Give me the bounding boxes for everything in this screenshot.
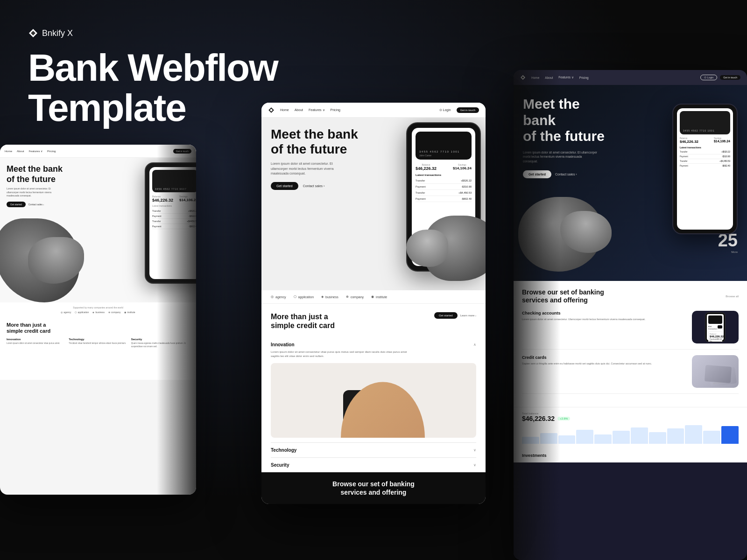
nav-cta-left[interactable]: Get in touch	[173, 149, 191, 154]
more-learn-more[interactable]: Learn more ›	[460, 314, 476, 317]
phone-mockup-left: 3456 4562 7710 9607 Balance $46,226.32 S…	[145, 162, 196, 284]
phone-r-transactions: Latest transactions Transfer+$520.22 Pay…	[680, 146, 730, 168]
checking-phone-screen: Add transaction Balance $46,226.32 Faceb…	[707, 314, 724, 340]
left-more-title: More than just asimple credit card	[7, 322, 190, 334]
accordion-technology-header[interactable]: Technology ∨	[271, 448, 476, 453]
logos-row: ◎ agency ⬡ application ◈ business ⊕ comp…	[5, 311, 191, 314]
center-contact-sales[interactable]: Contact sales ›	[303, 184, 325, 188]
right-services-title: Browse our set of banking services and o…	[522, 288, 606, 304]
c-nav-about: About	[295, 108, 303, 112]
right-services-header: Browse our set of banking services and o…	[522, 288, 739, 304]
center-more: More than just asimple credit card Get s…	[261, 304, 486, 481]
more-get-started[interactable]: Get started	[434, 312, 458, 319]
phone-c-transactions: Latest transactions Transfer+$520.22 Pay…	[416, 174, 472, 202]
chevron-down-security-icon: ∨	[473, 463, 476, 467]
phone-right-screen: 3455 4562 7710 1001 Balance$46,226.32 Sa…	[677, 108, 733, 230]
chart-bar-1	[540, 433, 557, 444]
right-services: Browse our set of banking services and o…	[514, 281, 747, 407]
c-logo-application: ⬡ application	[294, 295, 314, 299]
right-contact-sales[interactable]: Contact sales ›	[555, 173, 577, 176]
balance-secondary: Savings $14,106.24	[179, 195, 196, 203]
accordion-security: Security ∨	[271, 458, 476, 473]
chevron-down-technology-icon: ∨	[473, 448, 476, 452]
chart-bar-11	[721, 426, 739, 444]
browse-all-link[interactable]: Browse all	[726, 295, 739, 298]
left-get-started[interactable]: Get started	[7, 202, 26, 207]
logo-company: ⊕ company	[108, 311, 120, 314]
checking-add-row: Add transaction	[708, 325, 722, 330]
right-hero: Meet the bankof the future Lorem ipsum d…	[514, 85, 747, 281]
accordion-innovation-title: Innovation	[271, 342, 295, 347]
tx-row-4: Payment-$602.40	[152, 224, 196, 229]
main-title: Bank Webflow Template	[28, 48, 278, 128]
chart-bar-2	[558, 435, 576, 444]
right-hero-desc: Lorem ipsum dolor sit amet consectetur. …	[523, 150, 598, 164]
screenshot-left: Home About Features ∨ Pricing Get in tou…	[0, 145, 196, 495]
accordion-innovation-header[interactable]: Innovation ∧	[271, 342, 476, 347]
chart-bar-6	[631, 427, 648, 444]
credit-info: Credit cards Sapien sem ut fringilla ant…	[522, 355, 686, 388]
left-contact-sales[interactable]: Contact sales ›	[28, 202, 44, 207]
balance-main: Balance $46,226.32	[152, 195, 173, 203]
chevron-up-icon: ∧	[473, 343, 476, 347]
features-row: Innovation Lorem ipsum dolor sit amet co…	[7, 338, 190, 375]
tx-label: Latest transactions	[152, 204, 196, 207]
checking-bal-card: Balance $46,226.32 Facebook Inc. $60.40	[708, 331, 722, 342]
c-nav-cta[interactable]: Get in touch	[457, 107, 479, 113]
chart-bar-3	[576, 430, 593, 444]
center-get-started[interactable]: Get started	[271, 182, 298, 190]
phone-right: 3455 4562 7710 1001 Balance$46,226.32 Sa…	[672, 104, 738, 234]
right-get-started[interactable]: Get started	[523, 170, 551, 178]
chart-bar-4	[594, 434, 612, 444]
feature-innovation: Innovation Lorem ipsum dolor sit amet co…	[7, 338, 65, 375]
logo-institute: ◉ institute	[124, 311, 135, 314]
left-logos: Supported by many companies around the w…	[0, 302, 196, 317]
accordion-security-header[interactable]: Security ∨	[271, 462, 476, 468]
phone-c-card-name: John Carter	[419, 154, 468, 157]
r-nav-login[interactable]: ⊙ Login	[700, 75, 717, 80]
c-logo-business: ◈ business	[321, 295, 338, 299]
c-nav-login[interactable]: ⊙ Login	[439, 108, 451, 112]
center-browse-section: Browse our set of bankingservices and of…	[261, 472, 486, 504]
nav-about: About	[17, 150, 24, 153]
chart-bar-0	[522, 437, 539, 444]
r-nav-about: About	[545, 76, 553, 79]
chart-bar-7	[649, 432, 666, 444]
center-hero-desc: Lorem ipsum dolor sit amet consectetur. …	[271, 161, 350, 176]
center-more-header: More than just asimple credit card Get s…	[271, 312, 476, 330]
nav-features: Features ∨	[29, 149, 42, 153]
stat-more-label: More	[718, 251, 738, 253]
balance-main-row: Total balance $46,226.32 +2.6%	[522, 412, 739, 422]
balance-info: Total balance $46,226.32 +2.6%	[522, 412, 570, 422]
logo-icon	[28, 28, 38, 38]
c-nav-pricing: Pricing	[331, 108, 340, 112]
accordion-innovation: Innovation ∧ Lorem ipsum dolor sit amet …	[271, 337, 476, 443]
hand-card-visual: 3455 4562 7710 1001 John Carter	[271, 363, 476, 438]
screenshot-center: Home About Features ∨ Pricing ⊙ Login Ge…	[261, 103, 486, 504]
chart-bar-8	[667, 428, 684, 444]
mini-chart	[522, 425, 739, 444]
checking-title: Checking accounts	[522, 311, 686, 315]
c-nav-features: Features ∨	[309, 108, 325, 112]
phone-c-balances: Balance $46,226.32 Savings $14,106.24	[416, 163, 472, 171]
right-logo-icon	[520, 75, 526, 80]
logos-label: Supported by many companies around the w…	[5, 306, 191, 309]
chart-bar-5	[613, 431, 630, 444]
r-nav-cta[interactable]: Get in touch	[720, 75, 740, 80]
center-hero-title: Meet the bankof the future	[271, 127, 364, 157]
service-credit: Credit cards Sapien sem ut fringilla ant…	[522, 355, 739, 394]
rock-center-small	[406, 230, 448, 267]
checking-card-mini	[708, 315, 722, 324]
accordion-technology-title: Technology	[271, 448, 296, 453]
tx-row-3: Transfer+$4450.53	[152, 219, 196, 224]
accordion-technology: Technology ∨	[271, 443, 476, 458]
left-hero: Meet the bankof the future Lorem ipsum d…	[0, 158, 196, 302]
tx-row-1: Transfer+$520.22	[152, 209, 196, 214]
center-logos: ◎ agency ⬡ application ◈ business ⊕ comp…	[261, 290, 486, 303]
logo-agency: ◎ agency	[61, 311, 71, 314]
balance-row: Balance $46,226.32 Savings $14,106.24	[152, 195, 196, 203]
phone-r-card: 3455 4562 7710 1001	[680, 111, 730, 134]
chart-bar-10	[703, 431, 720, 444]
phone-card: 3456 4562 7710 9607	[152, 170, 196, 192]
phone-screen-left: 3456 4562 7710 9607 Balance $46,226.32 S…	[149, 167, 196, 279]
